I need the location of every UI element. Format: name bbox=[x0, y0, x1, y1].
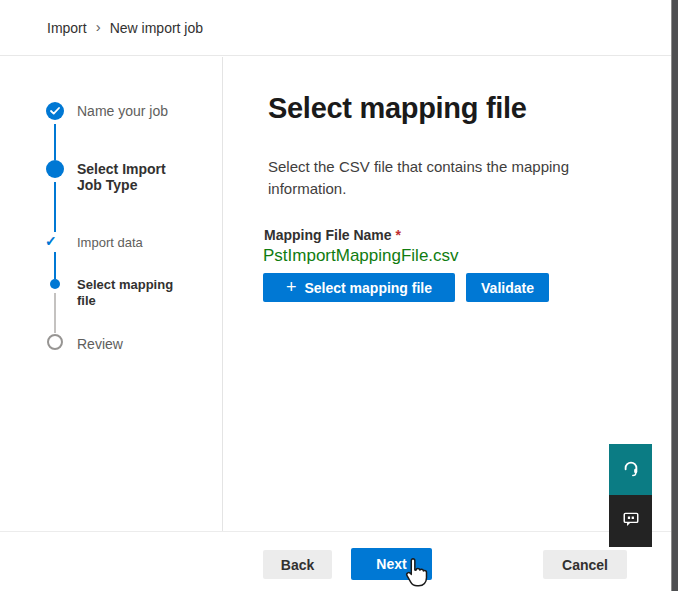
help-button[interactable] bbox=[609, 444, 652, 495]
headset-icon bbox=[622, 459, 640, 481]
wizard-stepper: Name your job Select Import Job Type ✓ I… bbox=[0, 57, 222, 531]
breadcrumb-current-page: New import job bbox=[110, 20, 203, 36]
field-label-text: Mapping File Name bbox=[264, 227, 392, 243]
breadcrumb-chevron-icon: › bbox=[96, 18, 101, 35]
footer-divider bbox=[0, 531, 671, 532]
plus-icon: + bbox=[286, 278, 297, 296]
step-label: Name your job bbox=[77, 103, 189, 119]
page-description: Select the CSV file that contains the ma… bbox=[268, 156, 626, 200]
required-asterisk: * bbox=[396, 227, 401, 243]
step-completed-check-icon bbox=[46, 102, 64, 120]
step-upcoming-circle-icon bbox=[47, 334, 63, 350]
page-title: Select mapping file bbox=[268, 92, 527, 125]
next-button[interactable]: Next bbox=[351, 548, 432, 580]
select-mapping-file-label: Select mapping file bbox=[304, 280, 432, 296]
substep-check-icon: ✓ bbox=[45, 234, 57, 248]
sidebar-divider bbox=[222, 57, 223, 531]
step-label: Import data bbox=[77, 235, 189, 251]
import-wizard-dialog: Import › New import job Name your job Se… bbox=[0, 0, 678, 591]
step-label: Select Import Job Type bbox=[77, 161, 189, 193]
mapping-file-name-label: Mapping File Name* bbox=[264, 227, 401, 243]
scrollbar[interactable] bbox=[671, 0, 678, 591]
step-current-circle-icon bbox=[46, 160, 64, 178]
step-connector bbox=[54, 182, 56, 232]
validate-button[interactable]: Validate bbox=[466, 273, 549, 302]
select-mapping-file-button[interactable]: + Select mapping file bbox=[263, 273, 455, 302]
breadcrumb: Import › New import job bbox=[0, 0, 671, 56]
step-connector bbox=[54, 252, 56, 279]
feedback-button[interactable] bbox=[609, 495, 652, 547]
step-connector bbox=[54, 293, 56, 333]
substep-current-dot-icon bbox=[50, 279, 60, 289]
feedback-chat-icon bbox=[622, 510, 640, 532]
step-label: Select mapping file bbox=[77, 277, 189, 309]
mapping-file-name-value: PstImportMappingFile.csv bbox=[263, 246, 459, 266]
breadcrumb-import-link[interactable]: Import bbox=[47, 20, 87, 36]
mapping-actions: + Select mapping file Validate bbox=[263, 273, 549, 302]
step-label: Review bbox=[77, 336, 189, 352]
cancel-button[interactable]: Cancel bbox=[543, 550, 627, 579]
back-button[interactable]: Back bbox=[263, 550, 332, 579]
step-connector bbox=[54, 124, 56, 160]
